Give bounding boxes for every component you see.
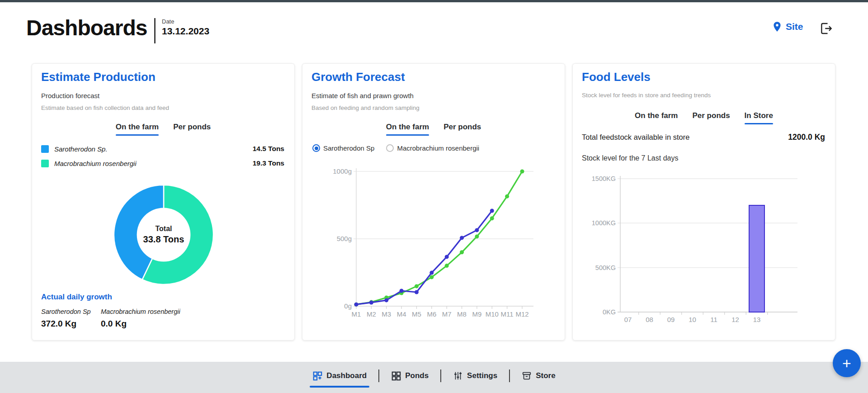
card-title: Food Levels <box>582 70 651 84</box>
card-description: Estimate based on fish collection data a… <box>41 104 169 111</box>
nav-item-store[interactable]: Store <box>510 368 567 384</box>
add-fab-button[interactable]: + <box>833 349 861 377</box>
growth-species-value: 0.0 Kg <box>101 319 127 329</box>
dashboard-icon <box>312 371 322 381</box>
svg-text:11: 11 <box>710 316 717 323</box>
svg-text:08: 08 <box>646 316 653 323</box>
growth-species-value: 372.0 Kg <box>41 319 76 329</box>
growth-species-name: Sarotherodon Sp <box>41 308 91 315</box>
svg-text:1000KG: 1000KG <box>592 219 616 227</box>
svg-text:M9: M9 <box>472 310 481 318</box>
total-feedstock-value: 1200.0 Kg <box>788 133 825 142</box>
svg-text:1000g: 1000g <box>333 167 352 175</box>
svg-text:500g: 500g <box>337 235 352 242</box>
production-tabs: On the farm Per ponds <box>32 123 294 136</box>
forecast-tabs: On the farm Per ponds <box>302 123 565 136</box>
top-accent-bar <box>0 0 868 2</box>
svg-text:0KG: 0KG <box>603 308 616 316</box>
food-levels-card: Food Levels Stock level for feeds in sto… <box>572 63 835 341</box>
production-legend: Sarotherodon Sp. 14.5 Tons Macrobrachium… <box>41 142 284 170</box>
estimate-production-card: Estimate Production Production forecast … <box>32 63 295 341</box>
svg-text:1500KG: 1500KG <box>592 175 616 182</box>
legend-row: Macrobrachium rosenbergii 19.3 Tons <box>41 156 284 170</box>
radio-selected-icon <box>312 144 320 152</box>
svg-text:13: 13 <box>753 316 761 323</box>
tab-on-the-farm[interactable]: On the farm <box>386 123 429 136</box>
page-title: Dashboards <box>26 15 147 40</box>
stock-bar-chart: 0KG500KG1000KG1500KG07080910111213 <box>586 172 812 328</box>
legend-swatch-blue <box>41 145 49 153</box>
svg-text:M2: M2 <box>367 310 376 318</box>
svg-text:M7: M7 <box>442 310 452 318</box>
card-subtitle: Estimate of fish and prawn growth <box>311 92 414 99</box>
production-donut-chart: Total 33.8 Tons <box>113 184 214 285</box>
growth-forecast-card: Growth Forecast Estimate of fish and pra… <box>302 63 565 341</box>
bottom-nav: Dashboard Ponds Settings <box>0 368 868 384</box>
card-title: Estimate Production <box>41 70 156 84</box>
stock-chart-title: Stock level for the 7 Last days <box>582 154 678 162</box>
svg-text:07: 07 <box>624 316 632 323</box>
svg-text:M10: M10 <box>486 310 499 318</box>
plus-icon: + <box>842 355 851 372</box>
card-subtitle: Production forecast <box>41 92 99 99</box>
species-radio-group: Sarotherodon Sp Macrobrachium rosenbergi… <box>312 144 479 152</box>
card-title: Growth Forecast <box>311 70 405 84</box>
tune-icon <box>453 371 463 381</box>
date-label: Date <box>162 18 174 25</box>
svg-text:M6: M6 <box>427 310 436 318</box>
tab-on-the-farm[interactable]: On the farm <box>635 111 678 124</box>
date-value: 13.12.2023 <box>162 26 209 37</box>
tab-per-ponds[interactable]: Per ponds <box>443 123 481 136</box>
svg-text:M1: M1 <box>352 310 361 318</box>
total-feedstock-label: Total feedstock available in store <box>582 133 689 142</box>
svg-text:12: 12 <box>731 316 739 323</box>
svg-text:09: 09 <box>667 316 675 323</box>
svg-text:M11: M11 <box>501 310 514 318</box>
card-description: Stock level for feeds in store and feedi… <box>582 92 711 99</box>
svg-text:M12: M12 <box>515 310 528 318</box>
species-value: 14.5 Tons <box>253 145 284 153</box>
site-selector[interactable]: Site <box>771 21 803 33</box>
svg-text:M5: M5 <box>412 310 421 318</box>
site-label: Site <box>786 21 803 32</box>
svg-text:0g: 0g <box>344 302 352 310</box>
store-icon <box>522 371 532 381</box>
svg-text:10: 10 <box>689 316 696 323</box>
svg-text:M8: M8 <box>457 310 467 318</box>
tab-per-ponds[interactable]: Per ponds <box>173 123 211 136</box>
bottom-nav-bar: Dashboard Ponds Settings <box>0 362 868 393</box>
header-divider <box>154 18 156 43</box>
card-description: Based on feeding and random sampling <box>311 104 420 111</box>
svg-text:500KG: 500KG <box>595 264 616 271</box>
legend-swatch-teal <box>41 160 49 167</box>
species-value: 19.3 Tons <box>253 159 284 167</box>
tab-per-ponds[interactable]: Per ponds <box>692 111 730 124</box>
species-name: Macrobrachium rosenbergii <box>54 160 137 167</box>
nav-item-ponds[interactable]: Ponds <box>379 368 440 384</box>
radio-sarotherodon[interactable]: Sarotherodon Sp <box>312 144 374 152</box>
grid-icon <box>391 371 401 381</box>
location-pin-icon <box>771 21 783 33</box>
svg-text:M4: M4 <box>397 310 406 318</box>
species-name: Sarotherodon Sp. <box>54 145 108 153</box>
legend-row: Sarotherodon Sp. 14.5 Tons <box>41 142 284 156</box>
tab-on-the-farm[interactable]: On the farm <box>116 123 159 136</box>
total-feedstock-row: Total feedstock available in store 1200.… <box>582 133 825 142</box>
radio-unselected-icon <box>386 144 394 152</box>
svg-text:M3: M3 <box>382 310 391 318</box>
logout-icon[interactable] <box>818 21 834 36</box>
growth-line-chart: 0g500g1000gM1M2M3M4M5M6M7M8M9M10M11M12 <box>321 166 538 322</box>
radio-macrobrachium[interactable]: Macrobrachium rosenbergii <box>386 144 479 152</box>
cards-row: Estimate Production Production forecast … <box>32 63 835 341</box>
food-tabs: On the farm Per ponds In Store <box>573 111 835 124</box>
growth-species-name: Macrobrachium rosenbergii <box>101 308 180 315</box>
actual-daily-growth-title: Actual daily growth <box>41 293 112 302</box>
nav-item-settings[interactable]: Settings <box>441 368 509 384</box>
nav-item-dashboard[interactable]: Dashboard <box>301 368 378 384</box>
tab-in-store[interactable]: In Store <box>745 111 773 124</box>
